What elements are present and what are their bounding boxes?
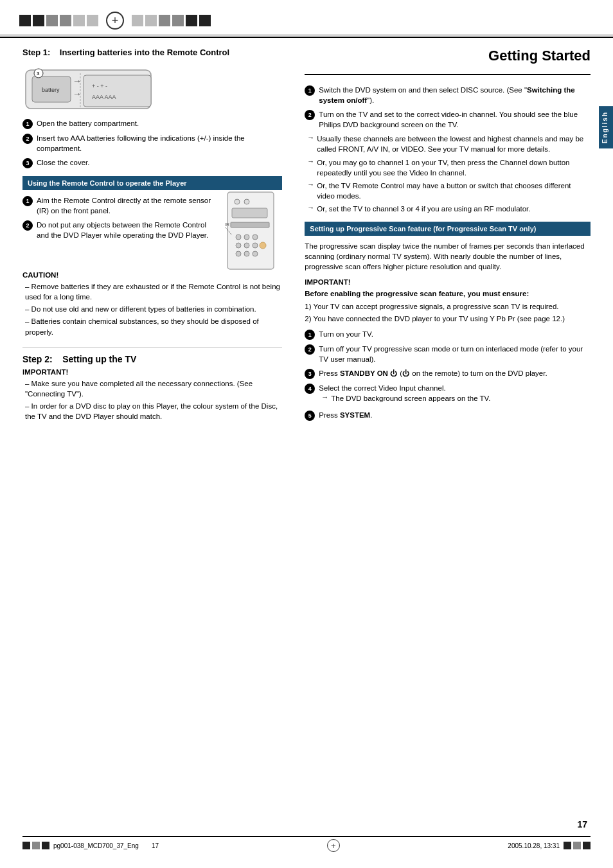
language-tab: English	[599, 106, 613, 148]
arrow-text-4: Or, set the TV to channel 3 or 4 if you …	[317, 204, 530, 214]
right-item-1: 1 Switch the DVD system on and then sele…	[305, 85, 591, 105]
player-device-image: IR	[224, 189, 282, 266]
remote-number-1: 1	[22, 196, 33, 206]
svg-point-20	[244, 243, 249, 248]
step1-header: Step 1: Inserting batteries into the Rem…	[22, 48, 282, 57]
bottom-line	[22, 836, 591, 837]
right-number-1: 1	[305, 85, 315, 96]
arrow-text-2: Or, you may go to channel 1 on your TV, …	[317, 157, 591, 178]
bottom-block	[564, 842, 571, 849]
bottom-right: 2005.10.28, 13:31	[508, 842, 591, 849]
step1-item-3: 3 Close the cover.	[22, 157, 282, 168]
bar-block	[73, 15, 85, 26]
bottom-block	[22, 842, 30, 849]
arrow-icon-2: →	[307, 157, 314, 178]
step1-text-2: Insert two AAA batteries following the i…	[37, 133, 282, 154]
prog-step-text-3: Press STANDBY ON ⏻ (⏻ on the remote) to …	[319, 368, 547, 378]
arrow-icon-4: →	[307, 204, 314, 214]
svg-point-24	[253, 251, 258, 256]
footer-right-text: 2005.10.28, 13:31	[508, 842, 560, 849]
remote-control-image: battery → → + - + - AAA AAA 3	[22, 64, 157, 118]
svg-point-21	[253, 243, 258, 248]
step2-important-2: – In order for a DVD disc to play on thi…	[22, 401, 282, 421]
prog-step-text-2: Turn off your TV progressive scan mode o…	[319, 344, 591, 364]
prog-step-4: 4 Select the correct Video Input channel…	[305, 383, 591, 406]
step1-item-1: 1 Open the battery compartment.	[22, 118, 282, 129]
prog-scan-section: Setting up Progressive Scan feature (for…	[305, 222, 591, 421]
right-column: Getting Started 1 Switch the DVD system …	[295, 38, 591, 425]
bottom-footer: pg001-038_MCD700_37_Eng 17 + 2005.10.28,…	[22, 839, 591, 852]
bar-block	[87, 15, 98, 26]
prog-step-5: 5 Press SYSTEM.	[305, 410, 591, 421]
prog-scan-intro: The progressive scan display twice the n…	[305, 241, 591, 272]
prog-step-4-arrow-text: The DVD background screen appears on the…	[331, 393, 490, 403]
bar-block	[60, 15, 71, 26]
step2-label: Step 2:	[22, 354, 53, 364]
svg-text:+ - + -: + - + -	[92, 83, 107, 89]
remote-section-header: Using the Remote Control to operate the …	[22, 176, 282, 190]
bar-block	[19, 15, 31, 26]
arrow-text-1: Usually these channels are between the l…	[317, 134, 591, 154]
bar-block	[159, 15, 170, 26]
prog-ensure-1: 1) Your TV can accept progressive signal…	[305, 301, 591, 312]
prog-step-number-1: 1	[305, 330, 315, 340]
arrow-item-3: → Or, the TV Remote Control may have a b…	[305, 181, 591, 201]
bar-block	[186, 15, 197, 26]
svg-point-12	[235, 199, 240, 204]
bottom-crosshair-icon: +	[327, 839, 340, 852]
svg-text:IR: IR	[225, 222, 229, 227]
caution-item-2: – Do not use old and new or different ty…	[22, 304, 282, 314]
prog-important-label: IMPORTANT!	[305, 278, 350, 286]
arrow-icon-3: →	[307, 181, 314, 201]
svg-point-17	[244, 235, 249, 240]
page-title: Getting Started	[305, 38, 591, 75]
crosshair-icon	[106, 12, 124, 30]
main-content: Step 1: Inserting batteries into the Rem…	[0, 38, 613, 425]
remote-item-2: 2 Do not put any objects between the Rem…	[22, 220, 219, 240]
step1-text-1: Open the battery compartment.	[37, 118, 139, 128]
left-column: Step 1: Inserting batteries into the Rem…	[22, 38, 295, 425]
remote-number-2: 2	[22, 220, 33, 231]
svg-point-13	[244, 199, 249, 204]
bottom-block	[583, 842, 591, 849]
step2-important-header: IMPORTANT!	[22, 368, 282, 376]
step1-number-1: 1	[22, 119, 33, 129]
arrow-item-4: → Or, set the TV to channel 3 or 4 if yo…	[305, 204, 591, 214]
svg-rect-11	[227, 192, 274, 269]
bottom-block	[573, 842, 581, 849]
svg-text:AAA AAA: AAA AAA	[92, 94, 116, 100]
bottom-bar-blocks-right	[564, 842, 591, 849]
bar-block	[199, 15, 211, 26]
prog-step-4-content: Select the correct Video Input channel. …	[319, 383, 591, 406]
arrow-text-3: Or, the TV Remote Control may have a but…	[317, 181, 591, 201]
step1-number-2: 2	[22, 134, 33, 144]
svg-point-16	[236, 235, 241, 240]
arrow-icon-1: →	[307, 134, 314, 154]
step1-title: Inserting batteries into the Remote Cont…	[60, 48, 229, 57]
arrow-item-2: → Or, you may go to channel 1 on your TV…	[305, 157, 591, 178]
step2-important-1: – Make sure you have completed all the n…	[22, 378, 282, 399]
step2-title: Setting up the TV	[62, 354, 136, 364]
prog-important-header: IMPORTANT!	[305, 278, 591, 286]
remote-section-content: 1 Aim the Remote Control directly at the…	[22, 195, 219, 266]
prog-step-text-4: Select the correct Video Input channel.	[319, 383, 591, 393]
step1-item-2: 2 Insert two AAA batteries following the…	[22, 133, 282, 154]
footer-left-text: pg001-038_MCD700_37_Eng	[53, 842, 139, 849]
svg-rect-15	[231, 222, 269, 227]
prog-step-text-1: Turn on your TV.	[319, 329, 373, 339]
caution-item-3: – Batteries contain chemical substances,…	[22, 316, 282, 337]
prog-step-number-2: 2	[305, 344, 315, 355]
top-divider	[0, 35, 613, 35]
bar-block	[132, 15, 143, 26]
bottom-block	[42, 842, 49, 849]
prog-ensure-2: 2) You have connected the DVD player to …	[305, 314, 591, 324]
bar-block	[46, 15, 58, 26]
right-number-2: 2	[305, 110, 315, 120]
prog-important-subheader: Before enabling the progressive scan fea…	[305, 288, 591, 299]
svg-point-22	[236, 251, 241, 256]
svg-point-25	[260, 242, 266, 249]
page-number: 17	[577, 819, 587, 829]
remote-item-1: 1 Aim the Remote Control directly at the…	[22, 195, 219, 216]
bar-segment-right	[132, 15, 211, 26]
right-text-1: Switch the DVD system on and then select…	[319, 85, 591, 105]
